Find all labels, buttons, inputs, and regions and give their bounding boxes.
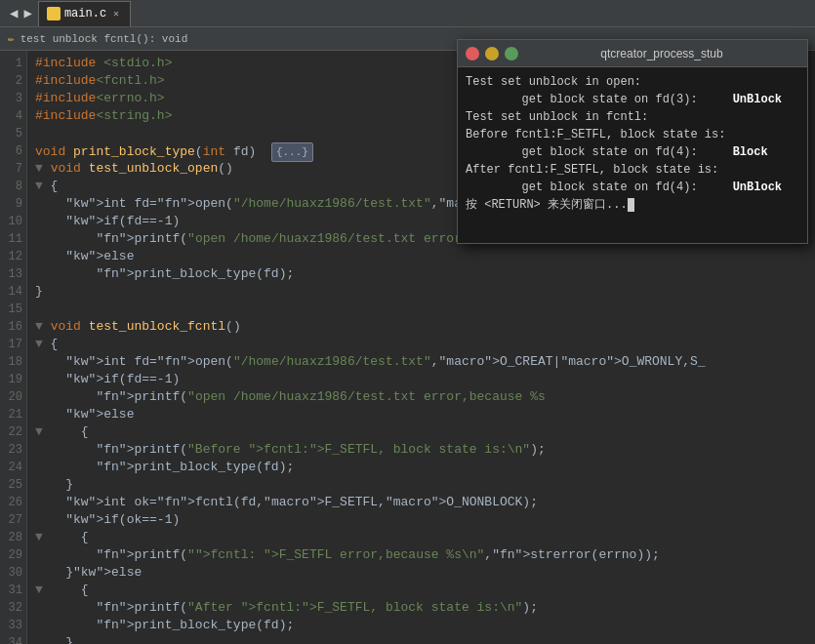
code-line: "fn">print_block_type(fd); — [35, 265, 815, 283]
fold-arrow[interactable]: ▼ — [35, 161, 43, 176]
terminal-titlebar: qtcreator_process_stub — [458, 40, 807, 67]
tab-close-btn[interactable]: ✕ — [110, 8, 122, 20]
tab-label: main.c — [64, 7, 106, 20]
term-block-label: Block — [733, 145, 768, 159]
code-line: ▼ { — [35, 423, 815, 441]
code-line: "kw">else — [35, 406, 815, 423]
path-label: test unblock fcntl(): void — [20, 33, 188, 45]
code-line: ▼ { — [35, 529, 815, 546]
fold-arrow[interactable]: ▼ — [35, 583, 43, 597]
terminal-close-btn[interactable] — [466, 47, 479, 60]
code-line: ▼ { — [35, 336, 815, 353]
code-line: ▼ void test_unblock_fcntl() — [35, 318, 815, 336]
terminal-maximize-btn[interactable] — [505, 47, 518, 60]
terminal-body: Test set unblock in open: get block stat… — [458, 67, 807, 243]
line-numbers: 1234567891011121314151617181920212223242… — [0, 51, 27, 644]
code-line: ▼ { — [35, 582, 815, 599]
tab-nav-left[interactable]: ◀ — [8, 5, 20, 21]
code-line: }"kw">else — [35, 564, 815, 582]
code-line — [35, 301, 815, 318]
code-line: "fn">printf("After ">fcntl:">F_SETFL, bl… — [35, 599, 815, 617]
tab-bar: ◀ ▶ main.c ✕ — [0, 0, 815, 27]
terminal-cursor — [628, 198, 634, 212]
terminal-window: qtcreator_process_stub Test set unblock … — [457, 39, 808, 244]
fold-arrow[interactable]: ▼ — [35, 337, 43, 351]
tab-nav: ◀ ▶ — [4, 5, 38, 21]
terminal-minimize-btn[interactable] — [485, 47, 499, 60]
code-line: "kw">if(fd==-1) — [35, 371, 815, 388]
code-line: } — [35, 634, 815, 644]
code-line: "fn">print_block_type(fd); — [35, 459, 815, 476]
collapsed-block[interactable]: {...} — [271, 142, 313, 162]
terminal-title: qtcreator_process_stub — [524, 47, 799, 60]
fold-arrow[interactable]: ▼ — [35, 424, 43, 439]
code-line: "kw">if(ok==-1) — [35, 511, 815, 529]
code-line: "kw">int fd="fn">open("/home/huaxz1986/t… — [35, 353, 815, 371]
code-line: "fn">printf("Before ">fcntl:">F_SETFL, b… — [35, 441, 815, 459]
tab-main-c[interactable]: main.c ✕ — [38, 1, 131, 26]
code-line: } — [35, 476, 815, 494]
term-unblock-label: UnBlock — [733, 93, 782, 106]
code-line: "kw">else — [35, 248, 815, 265]
fold-arrow[interactable]: ▼ — [35, 319, 43, 334]
code-line: "kw">int ok="fn">fcntl(fd,"macro">F_SETF… — [35, 494, 815, 511]
code-line: "fn">print_block_type(fd); — [35, 617, 815, 634]
tab-nav-right[interactable]: ▶ — [21, 5, 33, 21]
fold-arrow[interactable]: ▼ — [35, 179, 43, 193]
code-line: "fn">printf("">fcntl: ">F_SETFL error,be… — [35, 546, 815, 564]
term-unblock-label: UnBlock — [733, 181, 782, 194]
decoration-icon: ✏ — [8, 32, 15, 45]
tab-file-icon — [47, 7, 61, 20]
fold-arrow[interactable]: ▼ — [35, 530, 43, 544]
code-line: "fn">printf("open /home/huaxz1986/test.t… — [35, 388, 815, 406]
code-line: } — [35, 283, 815, 301]
